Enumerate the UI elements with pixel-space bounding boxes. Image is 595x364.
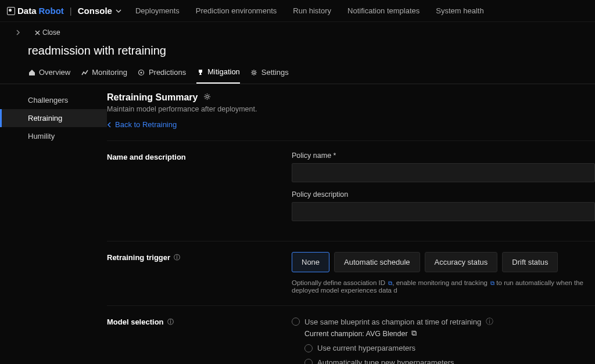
info-icon[interactable]: ⓘ [174,253,180,262]
policy-desc-label: Policy description [292,190,595,199]
topnav-run-history[interactable]: Run history [293,6,331,15]
tab-overview[interactable]: Overview [28,66,70,84]
trophy-icon [196,68,204,75]
policy-description-input[interactable] [292,202,595,221]
logo-text-data: Data [17,6,37,16]
trigger-hint: Optionally define association ID ⧉, enab… [292,279,595,294]
external-link-icon[interactable]: ⧉ [411,329,417,338]
row-model-selection: Model selection ⓘ Use same blueprint as … [107,305,595,364]
svg-point-1 [141,71,142,73]
home-icon [28,69,35,76]
trigger-schedule-button[interactable]: Automatic schedule [334,252,420,272]
trigger-none-button[interactable]: None [292,252,329,272]
topnav: DataRobot | Console Deployments Predicti… [0,0,595,22]
row-name-description: Name and description Policy name * Polic… [107,140,595,229]
radio-icon [304,344,313,352]
logo[interactable]: DataRobot [7,6,64,16]
current-champion-text: Current champion: AVG Blender ⧉ [304,329,595,338]
row-label-name-desc: Name and description [107,152,292,229]
close-row: Close [0,22,595,39]
logo-icon [7,7,15,15]
row-retraining-trigger: Retraining trigger ⓘ None Automatic sche… [107,241,595,294]
info-icon[interactable]: ⓘ [486,316,493,327]
tab-monitoring[interactable]: Monitoring [81,66,127,84]
sidenav-humility[interactable]: Humility [0,127,107,145]
tab-settings[interactable]: Settings [250,66,289,84]
chart-icon [81,69,88,76]
trigger-accuracy-button[interactable]: Accuracy status [425,252,498,272]
divider: | [70,6,72,16]
topnav-notification-templates[interactable]: Notification templates [347,6,420,15]
svg-point-3 [206,95,209,98]
topnav-system-health[interactable]: System health [436,6,483,15]
policy-name-input[interactable] [292,163,595,182]
topnav-prediction-envs[interactable]: Prediction environments [196,6,277,15]
chevron-down-icon [116,8,121,14]
radio-auto-tune[interactable]: Automatically tune new hyperparameters [304,358,595,364]
close-icon [35,30,40,35]
chevron-left-icon [107,122,112,128]
trigger-button-group: None Automatic schedule Accuracy status … [292,252,595,272]
back-to-retraining-link[interactable]: Back to Retraining [107,120,595,129]
target-icon [138,69,145,76]
trigger-drift-button[interactable]: Drift status [502,252,558,272]
tab-mitigation[interactable]: Mitigation [196,66,240,84]
row-label-trigger: Retraining trigger ⓘ [107,252,292,294]
expand-sidebar-icon[interactable] [15,28,21,37]
radio-icon [304,359,313,365]
radio-icon [292,318,300,326]
tab-predictions[interactable]: Predictions [138,66,186,84]
radio-current-hyperparams[interactable]: Use current hyperparameters [304,344,595,352]
association-id-link[interactable]: ⧉ [387,279,392,286]
policy-name-label: Policy name * [292,152,595,160]
svg-point-2 [253,71,255,74]
close-button[interactable]: Close [35,28,60,37]
sidenav-retraining[interactable]: Retraining [0,109,107,127]
console-dropdown[interactable]: Console [78,6,121,16]
gear-icon [250,69,258,76]
topnav-deployments[interactable]: Deployments [135,6,180,15]
main-area: Challengers Retraining Humility Retraini… [0,84,595,364]
section-title: Retraining Summary [107,92,595,103]
page-title: readmission with retraining [0,39,595,66]
row-label-model-sel: Model selection ⓘ [107,316,292,364]
info-icon[interactable]: ⓘ [167,318,174,326]
mitigation-sidenav: Challengers Retraining Humility [0,84,107,364]
radio-same-blueprint[interactable]: Use same blueprint as champion at time o… [292,316,595,327]
sidenav-challengers[interactable]: Challengers [0,91,107,109]
tabs: Overview Monitoring Predictions Mitigati… [0,66,595,84]
content: Retraining Summary Maintain model perfor… [107,84,595,364]
section-subtitle: Maintain model performance after deploym… [107,105,595,113]
logo-text-robot: Robot [39,6,64,16]
settings-gear-icon[interactable] [203,92,211,103]
monitoring-tracking-link[interactable]: ⧉ [489,279,494,286]
